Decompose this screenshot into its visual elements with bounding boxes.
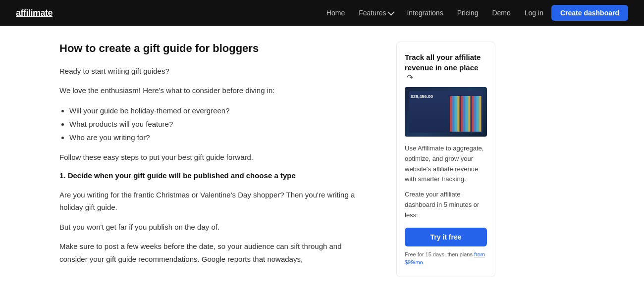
- sidebar-desc-2: Create your affiliate dashboard in 5 min…: [405, 190, 487, 220]
- nav-integrations[interactable]: Integrations: [407, 9, 443, 17]
- intro-2: We love the enthusiasm! Here's what to c…: [59, 84, 367, 97]
- sidebar-fine-print: Free for 15 days, then plans from $99/mo: [405, 250, 487, 267]
- section-1-p1: Are you writing for the frantic Christma…: [59, 189, 367, 214]
- dashboard-screenshot: $29,456.00: [405, 87, 487, 137]
- create-dashboard-button[interactable]: Create dashboard: [551, 5, 628, 21]
- dashboard-number: $29,456.00: [411, 94, 433, 99]
- nav-home[interactable]: Home: [326, 9, 345, 17]
- nav-features[interactable]: Features: [359, 9, 393, 17]
- chevron-down-icon: [388, 9, 395, 16]
- bullet-item-1: Will your guide be holiday-themed or eve…: [69, 104, 367, 117]
- sidebar: Track all your affiliate revenue in one …: [396, 42, 495, 277]
- sidebar-card-title: Track all your affiliate revenue in one …: [405, 52, 487, 82]
- navbar: affilimate Home Features Integrations Pr…: [0, 0, 644, 26]
- intro-1: Ready to start writing gift guides?: [59, 65, 367, 78]
- section-1-p3: Make sure to post a few weeks before the…: [59, 240, 367, 265]
- article: How to create a gift guide for bloggers …: [59, 42, 367, 277]
- bullet-item-2: What products will you feature?: [69, 117, 367, 131]
- section-1-p2: But you won't get far if you publish on …: [59, 221, 367, 234]
- login-link[interactable]: Log in: [525, 9, 543, 17]
- nav-links: Home Features Integrations Pricing Demo: [326, 9, 511, 17]
- page-content: How to create a gift guide for bloggers …: [50, 26, 594, 287]
- try-free-button[interactable]: Try it free: [405, 228, 487, 246]
- logo[interactable]: affilimate: [16, 8, 53, 18]
- section-1-title: 1. Decide when your gift guide will be p…: [59, 170, 367, 182]
- article-title: How to create a gift guide for bloggers: [59, 42, 367, 56]
- nav-demo[interactable]: Demo: [492, 9, 510, 17]
- intro-3: Follow these easy steps to put your best…: [59, 151, 367, 164]
- nav-pricing[interactable]: Pricing: [457, 9, 479, 17]
- sidebar-desc-1: Use Affilimate to aggregate, optimize, a…: [405, 144, 487, 185]
- bullet-item-3: Who are you writing for?: [69, 131, 367, 144]
- sidebar-card: Track all your affiliate revenue in one …: [396, 42, 495, 277]
- arrow-icon: ↷: [407, 73, 413, 82]
- bullet-list: Will your guide be holiday-themed or eve…: [69, 104, 367, 144]
